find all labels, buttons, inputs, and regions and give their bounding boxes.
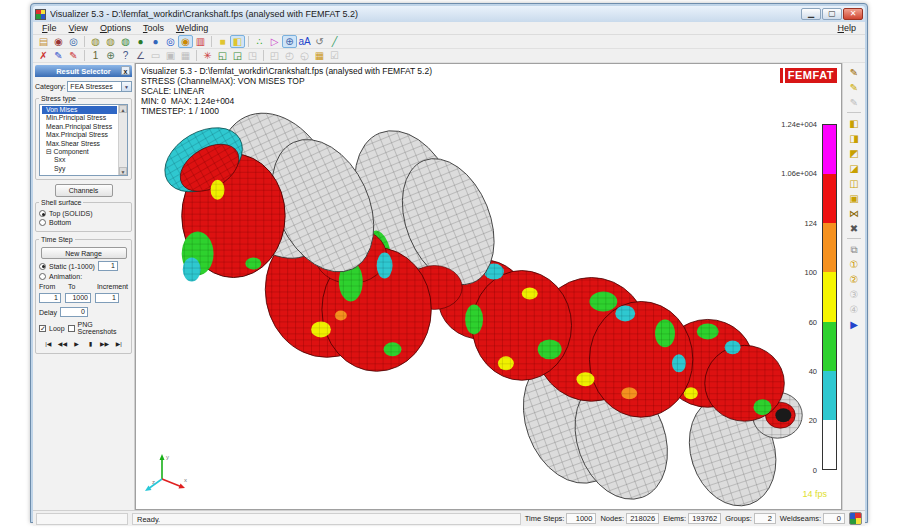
toolbar-row-2: ✗✎✎1⊕?∠▭▣▦✳◱◲◳◰◴◵▦☑ [33, 49, 865, 63]
axis-triad-icon: y x z [144, 451, 190, 493]
cube-feature-icon[interactable]: ◧ [230, 35, 245, 48]
explode-view-icon[interactable]: ⋈ [846, 206, 862, 220]
result-selector-panel: Result Selector x Category: FEA Stresses… [33, 63, 135, 510]
delay-input[interactable]: 0 [60, 307, 88, 317]
rotate-view-icon[interactable]: ◍ [118, 35, 133, 48]
from-label: From [39, 283, 64, 290]
pick-element-icon[interactable]: ▷ [267, 35, 282, 48]
crankshaft-model [136, 64, 841, 509]
minimize-button[interactable]: ▁ [801, 8, 821, 20]
top-solids-radio[interactable] [39, 210, 46, 217]
view-left-icon[interactable]: ◫ [846, 176, 862, 190]
stress-item-min-principal[interactable]: Min.Principal Stress [42, 114, 117, 122]
animation-radio[interactable] [39, 273, 46, 280]
globe-view-icon[interactable]: ● [148, 35, 163, 48]
maximize-button[interactable]: ▢ [822, 8, 842, 20]
status-elems: Elems: 193762 [663, 513, 721, 524]
last-step-icon[interactable]: ▶| [113, 340, 124, 350]
stored-view-1-icon[interactable]: ① [846, 257, 862, 271]
channels-button[interactable]: Channels [55, 184, 113, 197]
contour-rings-icon[interactable]: ◎ [163, 35, 178, 48]
node-id-icon[interactable]: 1 [88, 49, 103, 62]
calculator-icon[interactable]: ▦ [312, 49, 327, 62]
stress-item-sxx[interactable]: Sxx [42, 156, 117, 164]
wireframe-globe-icon[interactable]: ⊕ [282, 35, 297, 48]
cube-solid-icon[interactable]: ■ [215, 35, 230, 48]
new-range-button[interactable]: New Range [41, 247, 127, 259]
present-mode-icon[interactable]: ▶ [846, 317, 862, 331]
first-step-icon[interactable]: |◀ [43, 340, 54, 350]
open-results-icon[interactable]: ▤ [36, 35, 51, 48]
chevron-down-icon[interactable]: ▼ [121, 82, 131, 91]
annotation-text-icon[interactable]: aA [297, 35, 312, 48]
scroll-down-icon[interactable]: ▼ [119, 167, 127, 175]
view-iso-2-icon[interactable]: ◨ [846, 131, 862, 145]
shaded-view-icon[interactable]: ● [133, 35, 148, 48]
from-input[interactable]: 1 [39, 293, 61, 303]
viewport-3d[interactable]: Visualizer 5.3 - D:\femfat_workdir\Crank… [135, 63, 842, 510]
increment-input[interactable]: 1 [95, 293, 119, 303]
app-icon [35, 9, 46, 20]
bottom-radio[interactable] [39, 219, 46, 226]
stress-type-list[interactable]: Von Mises Min.Principal Stress Mean.Prin… [39, 104, 128, 176]
legend-bars-icon[interactable]: ▥ [193, 35, 208, 48]
static-radio[interactable] [39, 263, 46, 270]
fit-view-icon[interactable]: ◍ [88, 35, 103, 48]
rewind-step-icon[interactable]: ◀◀ [57, 340, 68, 350]
stress-item-max-principal[interactable]: Max.Principal Stress [42, 131, 117, 139]
result-selector-header[interactable]: Result Selector x [35, 65, 132, 77]
view-iso-1-icon[interactable]: ◧ [846, 116, 862, 130]
stored-view-2-icon[interactable]: ② [846, 272, 862, 286]
static-step-input[interactable]: 1 [98, 261, 118, 271]
category-dropdown[interactable]: FEA Stresses ▼ [67, 81, 132, 92]
loop-checkbox[interactable]: ✓ [39, 325, 46, 332]
record-movie-icon[interactable]: ◎ [66, 35, 81, 48]
panel-close-icon[interactable]: x [121, 66, 130, 75]
measure-angle-icon[interactable]: ∠ [133, 49, 148, 62]
stress-item-max-shear[interactable]: Max.Shear Stress [42, 140, 117, 148]
view-front-icon[interactable]: ◩ [846, 146, 862, 160]
view-back-icon[interactable]: ◪ [846, 161, 862, 175]
reset-view-icon[interactable]: ✖ [846, 221, 862, 235]
menu-view[interactable]: View [64, 23, 93, 33]
forward-step-icon[interactable]: ▶▶ [99, 340, 110, 350]
clear-marks-icon[interactable]: ✗ [36, 49, 51, 62]
edit-legend-icon[interactable]: ✎ [846, 65, 862, 79]
stress-item-mean-principal[interactable]: Mean.Principal Stress [42, 123, 117, 131]
title-bar[interactable]: Visualizer 5.3 - D:\femfat_workdir\Crank… [33, 6, 865, 22]
query-node-icon[interactable]: ? [118, 49, 133, 62]
rotate-ccw-icon[interactable]: ↺ [312, 35, 327, 48]
close-button[interactable]: ✕ [843, 8, 863, 20]
export-page-1-icon[interactable]: ◱ [215, 49, 230, 62]
to-input[interactable]: 1000 [65, 293, 91, 303]
marker-blue-icon[interactable]: ✎ [51, 49, 66, 62]
stress-item-von-mises[interactable]: Von Mises [42, 106, 117, 114]
view-right-icon[interactable]: ▣ [846, 191, 862, 205]
list-scrollbar[interactable]: ▲ ▼ [118, 105, 127, 175]
stored-view-4-icon: ④ [846, 302, 862, 316]
play-steps-icon[interactable]: ▶ [71, 340, 82, 350]
scroll-up-icon[interactable]: ▲ [119, 105, 127, 113]
contour-target-icon[interactable]: ◉ [178, 35, 193, 48]
status-left-cell [36, 513, 128, 525]
marker-red-icon[interactable]: ✎ [66, 49, 81, 62]
snapshot-icon[interactable]: ◉ [51, 35, 66, 48]
menu-help[interactable]: Help [832, 23, 861, 33]
edit-annotation-icon[interactable]: ✎ [846, 80, 862, 94]
mcf-node-icon[interactable]: ✳ [200, 49, 215, 62]
pause-steps-icon[interactable]: ▮ [85, 340, 96, 350]
stress-item-syy[interactable]: Syy [42, 165, 117, 173]
zoom-view-icon[interactable]: ◍ [103, 35, 118, 48]
stress-item-component[interactable]: ⊟ Component [42, 148, 117, 156]
duplicate-view-icon[interactable]: ⧉ [846, 242, 862, 256]
rotate-center-icon[interactable]: ⊕ [103, 49, 118, 62]
menu-welding[interactable]: Welding [171, 23, 213, 33]
measure-ruler-icon[interactable]: ╱ [327, 35, 342, 48]
toolbar-row-1: ▤◉◎◍◍◍●●◎◉▥■◧∴▷⊕aA↺╱ [33, 35, 865, 49]
probe-points-icon[interactable]: ∴ [252, 35, 267, 48]
png-screenshots-checkbox[interactable] [68, 325, 75, 332]
menu-options[interactable]: Options [95, 23, 136, 33]
menu-tools[interactable]: Tools [138, 23, 169, 33]
export-page-2-icon[interactable]: ◲ [230, 49, 245, 62]
menu-file[interactable]: File [37, 23, 62, 33]
